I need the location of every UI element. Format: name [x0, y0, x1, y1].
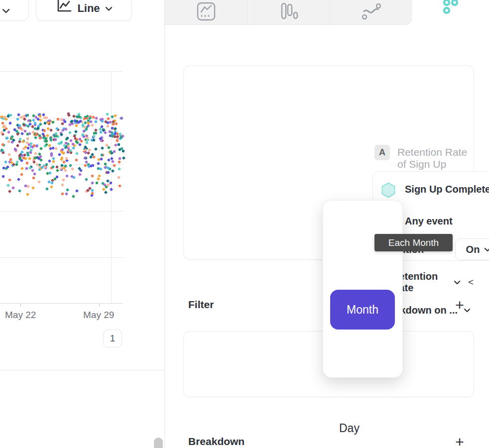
collapsed-dropdown-button[interactable] [0, 0, 29, 21]
event-name: Sign Up Completed [405, 184, 489, 195]
insights-icon [196, 1, 216, 23]
flows-icon [361, 1, 382, 23]
breakdown-section-title: Breakdown [188, 436, 244, 448]
less-than-text: < [468, 277, 474, 288]
chart-panel: Line May 22 May 29 1 [0, 0, 164, 448]
event-hexagon-icon [381, 182, 396, 200]
add-breakdown-button[interactable]: + [452, 435, 467, 448]
chart-type-dropdown[interactable]: Line [36, 0, 132, 21]
scatter-plot[interactable] [0, 70, 123, 304]
tab-flows[interactable] [330, 0, 412, 25]
event-row-second[interactable]: Any event [405, 216, 453, 227]
menu-item-month-selected[interactable]: Month [330, 290, 395, 330]
retention-icon [442, 0, 459, 18]
scrollbar-thumb[interactable] [154, 438, 163, 448]
x-axis-line [0, 303, 123, 304]
chart-type-tabbar [165, 0, 489, 25]
line-chart-icon [55, 0, 72, 16]
tab-insights[interactable] [165, 0, 247, 25]
x-tick-label: May 22 [5, 310, 36, 321]
menu-item-day[interactable]: Day [339, 422, 360, 435]
pagination-badge[interactable]: 1 [103, 330, 122, 347]
chart-type-label: Line [77, 2, 100, 16]
interval-menu: Day Week Custom [323, 200, 403, 378]
interval-tooltip: Each Month [374, 234, 453, 251]
app-window: Line May 22 May 29 1 [0, 0, 489, 448]
on-label: On [466, 244, 480, 255]
menu-item-label: Month [347, 303, 378, 317]
horizontal-divider [0, 370, 164, 370]
filter-section-title: Filter [188, 299, 214, 311]
event-name: Any event [405, 216, 453, 226]
add-filter-button[interactable]: + [452, 298, 467, 313]
chevron-down-icon [454, 280, 461, 285]
funnels-icon [279, 1, 299, 23]
series-badge: A [374, 145, 390, 160]
tab-funnels[interactable] [247, 0, 330, 25]
tab-retention[interactable] [412, 0, 489, 25]
chevron-down-icon [484, 247, 489, 252]
chevron-down-icon [105, 6, 113, 16]
event-row-first[interactable]: Sign Up Completed then [405, 184, 489, 195]
chevron-down-icon [2, 8, 10, 13]
x-tick-label: May 29 [83, 310, 114, 321]
on-dropdown-button[interactable]: On [455, 238, 489, 260]
panel-divider [164, 0, 165, 448]
